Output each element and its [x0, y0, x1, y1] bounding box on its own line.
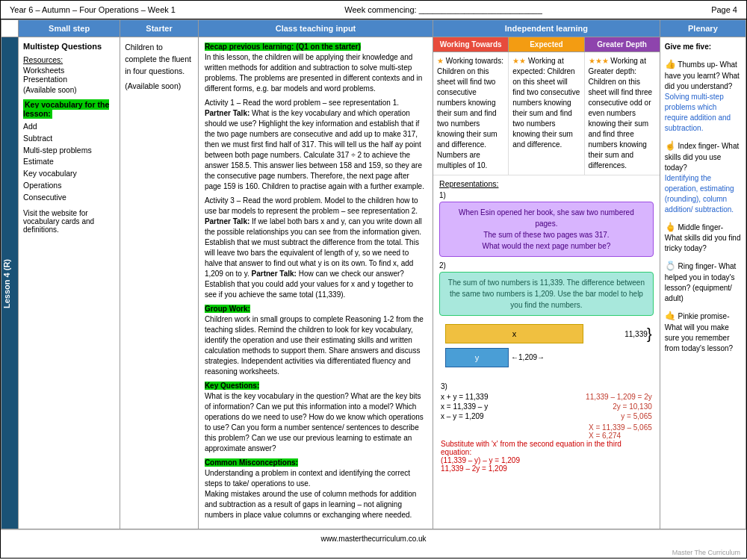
partner-talk1-text: What is the key vocabulary and which ope…	[205, 109, 424, 190]
bar-right-label: 11,339	[624, 324, 648, 343]
eq-left2: x = 11,339 – y	[441, 402, 488, 411]
eq-right1: 11,339 – 1,209 = 2y	[586, 393, 652, 401]
partner-talk2-label: Partner Talk:	[205, 217, 249, 225]
key-q-label: Key Questions:	[205, 382, 259, 390]
available-soon: (Available soon)	[23, 86, 115, 94]
working-towards-col: ★ Working towards: Children on this shee…	[433, 52, 509, 175]
col-plenary: Plenary	[660, 20, 746, 37]
col-small-step: Small step	[19, 20, 120, 37]
independent-cell: Working Towards Expected Greater Depth ★…	[433, 37, 660, 529]
class-teaching-cell: Recap previous learning: (Q1 on the star…	[198, 37, 433, 529]
plenary-title: Give me five:	[665, 42, 741, 52]
recap-section: Recap previous learning: (Q1 on the star…	[205, 42, 427, 94]
partner-talk2-text: If we label both bars x and y, can you w…	[205, 217, 422, 278]
starter-text: Children to complete the fluent in four …	[125, 42, 193, 77]
lesson-col-header	[1, 20, 19, 37]
greater-depth-col: ★★★ Working at Greater depth: Children o…	[585, 52, 660, 175]
activity1-section: Activity 1 – Read the word problem – see…	[205, 98, 427, 192]
eq-row3: x – y = 1,209 y = 5,065	[441, 412, 652, 420]
rep3-label: 3)	[441, 382, 652, 391]
plenary-pinkie: 🤙 Pinkie promise- What will you make sur…	[665, 310, 741, 354]
vocab-key: Key vocabulary	[23, 168, 115, 180]
column-headers-row: Small step Starter Class teaching input …	[1, 20, 746, 37]
col-independent: Independent learning	[433, 20, 660, 37]
plenary-cell: Give me five: 👍 Thumbs up- What have you…	[660, 37, 746, 529]
group-work-text: Children work in small groups to complet…	[205, 315, 424, 376]
indep-cols: ★ Working towards: Children on this shee…	[433, 52, 660, 175]
group-work-section: Group Work: Children work in small group…	[205, 304, 427, 377]
header-page: Page 4	[711, 5, 737, 14]
vocab-consecutive: Consecutive	[23, 192, 115, 204]
star1: ★	[437, 57, 444, 65]
greater-depth-header: Greater Depth	[585, 37, 660, 52]
bar-y: y	[445, 348, 509, 367]
vocab-add: Add	[23, 121, 115, 133]
vocab-operations: Operations	[23, 180, 115, 192]
star2: ★★	[512, 57, 526, 65]
bar-brace: }	[647, 324, 652, 343]
main-table: Small step Starter Class teaching input …	[1, 19, 746, 529]
small-step-title: Multistep Questions	[23, 42, 115, 51]
substitute-step1: (11,339 – y) – y = 1,209	[441, 456, 652, 464]
resource-presentation: Presentation	[23, 75, 115, 84]
bar-x: x	[445, 324, 583, 343]
col-class-teaching: Class teaching input	[198, 20, 433, 37]
recap-body: In this lesson, the children will be app…	[205, 53, 422, 93]
eq-right3: y = 5,065	[621, 412, 651, 420]
col-starter: Starter	[120, 20, 199, 37]
starter-cell: Children to complete the fluent in four …	[120, 37, 199, 529]
bar-1209: ←1,209→	[511, 353, 545, 361]
starter-available: (Available soon)	[125, 81, 193, 90]
page-footer: www.masterthecurriculum.co.uk	[1, 529, 746, 547]
partner-talk3-label: Partner Talk:	[252, 270, 297, 278]
key-vocab-label: Key vocabulary for the lesson:	[23, 99, 109, 119]
website-note: Visit the website for vocabulary cards a…	[23, 209, 115, 234]
vocab-subtract: Subtract	[23, 133, 115, 145]
rep2-label: 2)	[439, 261, 654, 270]
rep1-label: 1)	[439, 191, 654, 199]
recap-label: Recap previous learning: (Q1 on the star…	[205, 43, 361, 51]
substitute-text: Substitute with 'x' from the second equa…	[441, 440, 652, 456]
misconceptions-section: Common Misconceptions: Understanding a p…	[205, 458, 427, 520]
plenary-middle: 🖕 Middle finger- What skills did you fin…	[665, 221, 741, 255]
activity3-section: Activity 3 – Read the word problem. Mode…	[205, 196, 427, 300]
vocab-list: Add Subtract Multi-step problems Estimat…	[23, 121, 115, 203]
plenary-thumb-blue: Solving multi-step problems which requir…	[665, 93, 731, 132]
bar-11339: 11,339	[624, 330, 648, 338]
rep1-box: When Esin opened her book, she saw two n…	[439, 202, 654, 257]
representations-section: Representations: 1) When Esin opened her…	[433, 175, 660, 476]
eq-right4-val: X = 11,339 – 5,065X = 6,274	[589, 423, 652, 440]
key-q-section: Key Questions: What is the key vocabular…	[205, 381, 427, 454]
eq-right2: 2y = 10,130	[613, 402, 652, 411]
small-step-cell: Multistep Questions Resources: Worksheet…	[19, 37, 120, 529]
indep-sub-headers: Working Towards Expected Greater Depth	[433, 37, 660, 52]
resource-worksheets: Worksheets	[23, 66, 115, 75]
header-title: Year 6 – Autumn – Four Operations – Week…	[10, 5, 176, 14]
plenary-index: ☝ Index finger- What skills did you use …	[665, 140, 741, 215]
plenary-ring: 💍 Ring finger- What helped you in today'…	[665, 260, 741, 304]
working-towards-header: Working Towards	[433, 37, 509, 52]
resources-label: Resources:	[23, 55, 115, 64]
group-work-label: Group Work:	[205, 305, 250, 313]
eq-left1: x + y = 11,339	[441, 393, 488, 401]
footer-website: www.masterthecurriculum.co.uk	[320, 535, 426, 543]
key-q-text: What is the key vocabulary in the questi…	[205, 392, 424, 452]
eq-left3: x – y = 1,209	[441, 412, 484, 420]
rep2-box: The sum of two numbers is 11,339. The di…	[439, 272, 654, 316]
equations-section: 3) x + y = 11,339 11,339 – 1,209 = 2y x …	[439, 382, 654, 473]
expected-col: ★★ Working at expected: Children on this…	[509, 52, 584, 175]
plenary-thumb: 👍 Thumbs up- What have you learnt? What …	[665, 58, 741, 134]
header-week: Week commencing: _______________________…	[344, 5, 542, 14]
activity3-text: Activity 3 – Read the word problem. Mode…	[205, 196, 418, 215]
rep-label: Representations:	[439, 179, 654, 188]
substitute-step2: 11,339 – 2y = 1,209	[441, 464, 652, 473]
footer-logo: Master The Curriculum	[1, 547, 746, 558]
misconceptions-label: Common Misconceptions:	[205, 458, 298, 467]
plenary-index-blue: Identifying the operation, estimating (r…	[665, 174, 734, 214]
partner-talk1-label: Partner Talk:	[205, 109, 249, 117]
content-row: Lesson 4 (R) Multistep Questions Resourc…	[1, 37, 746, 529]
vocab-multistep: Multi-step problems	[23, 145, 115, 157]
misconceptions-text: Understanding a problem in context and i…	[205, 469, 417, 519]
lesson-label: Lesson 4 (R)	[1, 37, 19, 529]
star3: ★★★	[589, 57, 609, 65]
